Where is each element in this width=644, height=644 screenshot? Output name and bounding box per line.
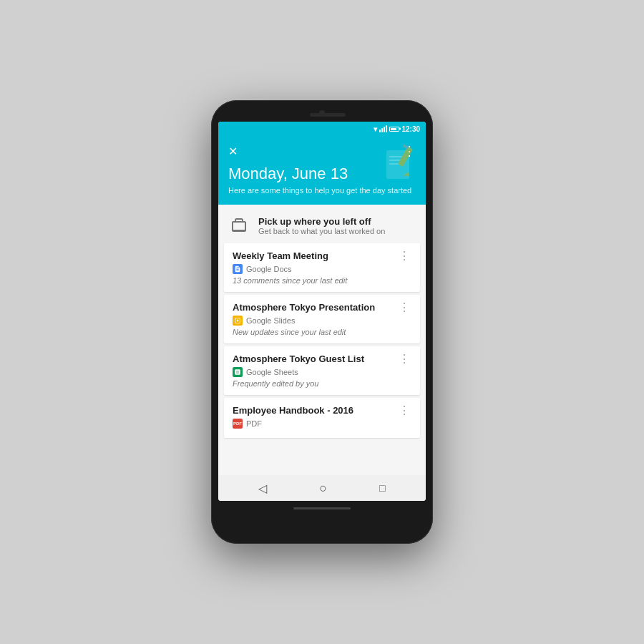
section-header: Pick up where you left off Get back to w… <box>218 205 426 240</box>
status-icons: ▾ 12:30 <box>374 125 420 133</box>
home-button[interactable]: ○ <box>319 481 327 496</box>
recents-button[interactable]: □ <box>379 482 385 494</box>
slides-icon-1 <box>233 316 243 326</box>
doc-card-0[interactable]: Weekly Team Meeting Google Docs 13 comme… <box>224 243 420 292</box>
doc-card-2[interactable]: Atmosphere Tokyo Guest List Google Sheet… <box>224 346 420 395</box>
docs-icon-0 <box>233 264 243 274</box>
doc-content-3: Employee Handbook - 2016 PDF PDF <box>233 405 391 431</box>
bottom-nav: ◁ ○ □ <box>218 475 426 501</box>
signal-icon <box>379 125 387 132</box>
doc-app-row-0: Google Docs <box>233 264 391 274</box>
phone-home-bar <box>218 501 426 515</box>
sheets-icon-2 <box>233 367 243 377</box>
doc-title-0: Weekly Team Meeting <box>233 250 391 261</box>
doc-status-0: 13 comments since your last edit <box>233 276 391 285</box>
back-button[interactable]: ◁ <box>258 482 267 495</box>
status-time: 12:30 <box>401 125 420 133</box>
phone-screen: ▾ 12:30 ✕ ⋮ <box>218 122 426 501</box>
doc-status-1: New updates since your last edit <box>233 328 391 336</box>
doc-app-name-1: Google Slides <box>246 316 296 325</box>
doc-more-0[interactable]: ⋮ <box>397 250 411 262</box>
doc-card-3[interactable]: Employee Handbook - 2016 PDF PDF ⋮ <box>224 398 420 438</box>
svg-rect-1 <box>389 156 404 157</box>
phone-camera <box>319 110 325 116</box>
svg-rect-2 <box>389 160 401 161</box>
doc-title-3: Employee Handbook - 2016 <box>233 405 391 416</box>
doc-status-2: Frequently edited by you <box>233 379 391 388</box>
section-text: Pick up where you left off Get back to w… <box>258 216 385 235</box>
doc-content-0: Weekly Team Meeting Google Docs 13 comme… <box>233 250 391 285</box>
header-illustration <box>383 143 419 186</box>
wifi-icon: ▾ <box>374 125 377 133</box>
doc-app-name-3: PDF <box>246 419 262 428</box>
doc-more-2[interactable]: ⋮ <box>397 353 411 365</box>
doc-app-row-1: Google Slides <box>233 316 391 326</box>
phone-frame: ▾ 12:30 ✕ ⋮ <box>211 100 433 544</box>
briefcase-icon <box>228 215 250 236</box>
section-description: Get back to what you last worked on <box>258 227 385 235</box>
doc-app-name-0: Google Docs <box>246 265 292 273</box>
header-subtitle: Here are some things to help you get the… <box>228 186 416 195</box>
phone-speaker <box>310 113 346 117</box>
doc-app-name-2: Google Sheets <box>246 368 298 376</box>
doc-card-1[interactable]: Atmosphere Tokyo Presentation Google Sli… <box>224 295 420 343</box>
battery-icon <box>389 127 399 132</box>
app-content: Pick up where you left off Get back to w… <box>218 205 426 475</box>
app-header: ✕ ⋮ Monday, June 13 Here are some things… <box>218 136 426 205</box>
pdf-icon-3: PDF <box>233 419 243 429</box>
doc-app-row-2: Google Sheets <box>233 367 391 377</box>
doc-app-row-3: PDF PDF <box>233 419 391 429</box>
close-button[interactable]: ✕ <box>228 145 238 158</box>
doc-title-2: Atmosphere Tokyo Guest List <box>233 353 391 364</box>
doc-more-3[interactable]: ⋮ <box>397 405 411 416</box>
doc-more-1[interactable]: ⋮ <box>397 302 411 313</box>
doc-content-2: Atmosphere Tokyo Guest List Google Sheet… <box>233 353 391 388</box>
doc-title-1: Atmosphere Tokyo Presentation <box>233 302 391 313</box>
status-bar: ▾ 12:30 <box>218 122 426 136</box>
doc-content-1: Atmosphere Tokyo Presentation Google Sli… <box>233 302 391 336</box>
phone-top <box>218 107 426 122</box>
section-title: Pick up where you left off <box>258 216 385 227</box>
